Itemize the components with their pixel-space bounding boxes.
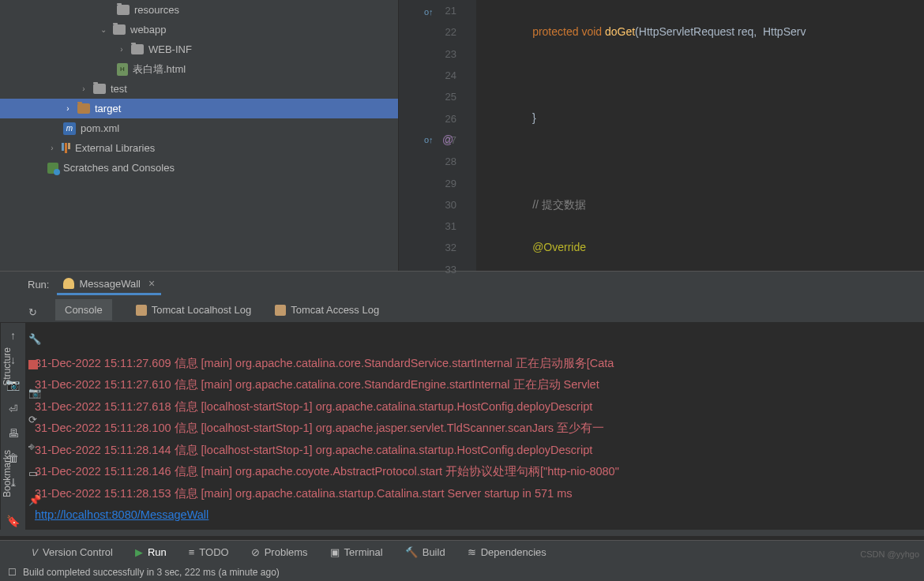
chevron-right-icon: › bbox=[117, 45, 126, 54]
override-marker-icon[interactable]: o↑ bbox=[424, 2, 434, 23]
tree-label: 表白墙.html bbox=[133, 62, 186, 77]
deploy-icon[interactable]: ⟳ bbox=[28, 414, 44, 429]
log-line: 31-Dec-2022 15:11:28.153 信息 [main] org.a… bbox=[35, 487, 572, 500]
rerun-icon[interactable]: ↻ bbox=[28, 306, 44, 322]
print-icon[interactable]: 🖶 bbox=[6, 425, 21, 441]
build-button[interactable]: 🔨Build bbox=[405, 546, 445, 558]
tree-label: resources bbox=[134, 4, 179, 16]
folder-icon bbox=[93, 84, 106, 94]
folder-icon bbox=[77, 103, 90, 114]
tomcat-access-log-tab[interactable]: Tomcat Access Log bbox=[275, 304, 379, 316]
tree-html-file[interactable]: H表白墙.html bbox=[0, 59, 398, 79]
tree-external-libraries[interactable]: ›External Libraries bbox=[0, 138, 398, 158]
tree-label: webapp bbox=[130, 24, 167, 36]
annotation-icon: @ bbox=[442, 129, 453, 151]
tree-scratches[interactable]: Scratches and Consoles bbox=[0, 158, 398, 178]
run-config-tab[interactable]: MessageWall × bbox=[57, 274, 161, 295]
watermark: CSDN @yyhgo bbox=[860, 549, 919, 559]
editor-gutter: o↑21 22 23 24 25 26 o↑@27 28 29 30 31 32… bbox=[399, 0, 476, 271]
console-tab[interactable]: Console bbox=[55, 299, 112, 320]
tree-label: WEB-INF bbox=[148, 43, 192, 55]
tomcat-run-icon bbox=[63, 278, 74, 289]
close-icon[interactable]: × bbox=[148, 277, 155, 290]
scratch-icon bbox=[47, 163, 58, 174]
tomcat-icon bbox=[275, 305, 286, 316]
tree-test[interactable]: ›test bbox=[0, 79, 398, 99]
log-line: 31-Dec-2022 15:11:27.610 信息 [main] org.a… bbox=[35, 378, 603, 391]
version-control-button[interactable]: 𝘝Version Control bbox=[32, 546, 113, 559]
code-content[interactable]: protected void doGet(HttpServletRequest … bbox=[476, 0, 924, 271]
tree-webinf[interactable]: ›WEB-INF bbox=[0, 39, 398, 59]
folder-icon bbox=[117, 5, 130, 15]
tree-label: Scratches and Consoles bbox=[63, 162, 175, 174]
tree-pom[interactable]: mpom.xml bbox=[0, 118, 398, 138]
stop-icon[interactable] bbox=[28, 360, 44, 376]
tree-label: target bbox=[95, 103, 121, 114]
library-icon bbox=[62, 143, 70, 153]
problems-button[interactable]: ⊘Problems bbox=[251, 546, 308, 558]
folder-icon bbox=[131, 44, 144, 54]
soft-wrap-icon[interactable]: ⏎ bbox=[6, 401, 21, 417]
dependencies-button[interactable]: ≋Dependencies bbox=[468, 546, 547, 558]
server-url-link[interactable]: http://localhost:8080/MessageWall bbox=[35, 508, 208, 521]
log-line: 31-Dec-2022 15:11:27.609 信息 [main] org.a… bbox=[35, 357, 614, 369]
run-tool-window: Run: MessageWall × Console Tomcat Localh… bbox=[0, 271, 924, 536]
up-arrow-icon[interactable]: ↑ bbox=[6, 328, 21, 343]
wrench-icon[interactable]: 🔧 bbox=[28, 333, 44, 349]
exit-icon[interactable]: ⎆ bbox=[28, 440, 44, 456]
bookmarks-tool-button[interactable]: Bookmarks bbox=[2, 450, 13, 497]
chevron-right-icon: › bbox=[63, 104, 73, 114]
tree-resources[interactable]: resources bbox=[0, 0, 398, 20]
tree-label: test bbox=[111, 83, 127, 95]
tree-webapp[interactable]: ⌄webapp bbox=[0, 20, 398, 39]
maven-icon: m bbox=[63, 122, 76, 135]
run-label: Run: bbox=[28, 279, 49, 290]
status-icon: ☐ bbox=[8, 567, 17, 578]
todo-button[interactable]: ≡TODO bbox=[189, 546, 229, 558]
structure-tool-button[interactable]: Structure bbox=[2, 347, 13, 386]
html-file-icon: H bbox=[117, 63, 128, 76]
log-line: 31-Dec-2022 15:11:27.618 信息 [localhost-s… bbox=[35, 400, 592, 413]
run-config-name: MessageWall bbox=[79, 278, 141, 290]
tomcat-localhost-log-tab[interactable]: Tomcat Localhost Log bbox=[136, 304, 251, 316]
code-editor[interactable]: o↑21 22 23 24 25 26 o↑@27 28 29 30 31 32… bbox=[399, 0, 924, 271]
status-bar: ☐ Build completed successfully in 3 sec,… bbox=[0, 564, 924, 581]
chevron-down-icon: ⌄ bbox=[99, 25, 108, 35]
folder-icon bbox=[113, 24, 126, 35]
layout-icon[interactable]: ▭ bbox=[28, 467, 44, 483]
tomcat-icon bbox=[136, 305, 147, 316]
log-line: 31-Dec-2022 15:11:28.146 信息 [main] org.a… bbox=[35, 465, 619, 478]
log-line: 31-Dec-2022 15:11:28.100 信息 [localhost-s… bbox=[35, 422, 604, 434]
chevron-right-icon: › bbox=[47, 144, 57, 153]
tree-label: External Libraries bbox=[75, 142, 155, 154]
override-marker-icon[interactable]: o↑ bbox=[424, 129, 434, 151]
terminal-button[interactable]: ▣Terminal bbox=[330, 546, 383, 558]
project-tree[interactable]: resources ⌄webapp ›WEB-INF H表白墙.html ›te… bbox=[0, 0, 399, 271]
pin-icon[interactable]: 📌 bbox=[28, 494, 44, 510]
camera-icon[interactable]: 📷 bbox=[28, 387, 44, 403]
tree-target[interactable]: ›target bbox=[0, 99, 398, 118]
bookmark-icon: 🔖 bbox=[6, 515, 20, 527]
log-line: 31-Dec-2022 15:11:28.144 信息 [localhost-s… bbox=[35, 444, 592, 456]
bottom-tool-bar: 𝘝Version Control ▶Run ≡TODO ⊘Problems ▣T… bbox=[0, 540, 924, 564]
console-output[interactable]: 31-Dec-2022 15:11:27.609 信息 [main] org.a… bbox=[25, 323, 924, 530]
chevron-right-icon: › bbox=[79, 84, 88, 94]
run-button[interactable]: ▶Run bbox=[135, 546, 167, 558]
tree-label: pom.xml bbox=[81, 122, 119, 134]
status-text: Build completed successfully in 3 sec, 2… bbox=[23, 567, 280, 578]
